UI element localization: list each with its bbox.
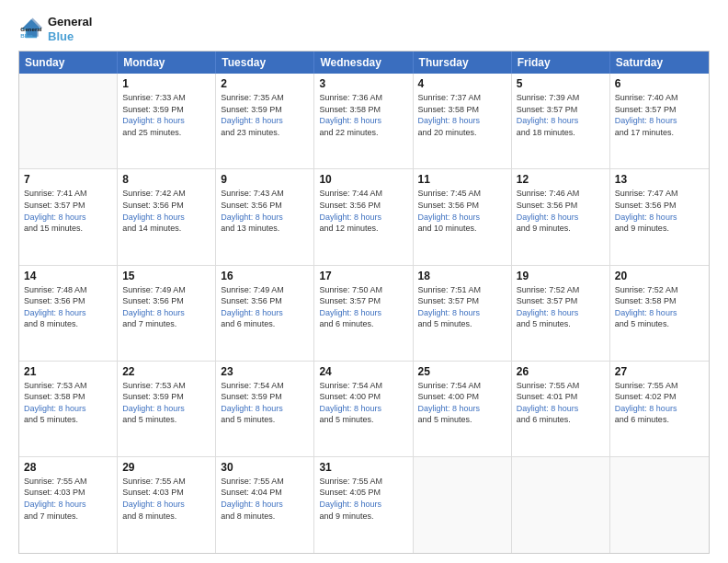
calendar-cell: 4Sunrise: 7:37 AMSunset: 3:58 PMDaylight… xyxy=(414,74,512,168)
info-line: Sunrise: 7:53 AM xyxy=(122,381,186,390)
info-line: Daylight: 8 hours xyxy=(122,116,185,125)
info-line: Daylight: 8 hours xyxy=(615,116,677,125)
calendar-cell: 5Sunrise: 7:39 AMSunset: 3:57 PMDaylight… xyxy=(512,74,610,168)
day-number: 13 xyxy=(615,173,704,186)
info-line: Daylight: 8 hours xyxy=(517,404,579,413)
info-line: Daylight: 8 hours xyxy=(418,213,481,222)
info-line: Sunrise: 7:47 AM xyxy=(615,189,678,198)
info-line: Sunrise: 7:33 AM xyxy=(122,93,186,102)
calendar-cell: 1Sunrise: 7:33 AMSunset: 3:59 PMDaylight… xyxy=(118,74,216,168)
day-number: 3 xyxy=(319,77,407,90)
cell-info: Sunrise: 7:52 AMSunset: 3:58 PMDaylight:… xyxy=(615,284,704,330)
cell-info: Sunrise: 7:43 AMSunset: 3:56 PMDaylight:… xyxy=(221,188,309,234)
info-line: Daylight: 8 hours xyxy=(24,404,86,413)
cell-info: Sunrise: 7:42 AMSunset: 3:56 PMDaylight:… xyxy=(122,188,210,234)
calendar-row-1: 1Sunrise: 7:33 AMSunset: 3:59 PMDaylight… xyxy=(19,74,709,169)
info-line: and 5 minutes. xyxy=(319,415,373,424)
cell-info: Sunrise: 7:55 AMSunset: 4:02 PMDaylight:… xyxy=(615,380,704,426)
info-line: Daylight: 8 hours xyxy=(24,500,86,509)
cell-info: Sunrise: 7:44 AMSunset: 3:56 PMDaylight:… xyxy=(319,188,407,234)
info-line: Sunrise: 7:55 AM xyxy=(122,477,186,486)
info-line: Daylight: 8 hours xyxy=(418,404,481,413)
calendar-cell: 31Sunrise: 7:55 AMSunset: 4:05 PMDayligh… xyxy=(314,457,413,553)
header-day-wednesday: Wednesday xyxy=(314,52,413,74)
calendar-cell: 14Sunrise: 7:48 AMSunset: 3:56 PMDayligh… xyxy=(19,266,118,361)
logo-text-blue: Blue xyxy=(48,29,92,44)
info-line: Sunset: 4:00 PM xyxy=(418,392,480,401)
day-number: 12 xyxy=(517,173,605,186)
info-line: and 9 minutes. xyxy=(517,224,571,233)
info-line: Daylight: 8 hours xyxy=(517,116,579,125)
day-number: 6 xyxy=(615,77,704,90)
calendar-cell: 10Sunrise: 7:44 AMSunset: 3:56 PMDayligh… xyxy=(314,169,413,264)
info-line: Daylight: 8 hours xyxy=(122,404,185,413)
logo: General Blue General Blue xyxy=(18,15,92,43)
day-number: 24 xyxy=(319,365,407,378)
info-line: Daylight: 8 hours xyxy=(122,500,185,509)
cell-info: Sunrise: 7:46 AMSunset: 3:56 PMDaylight:… xyxy=(517,188,605,234)
info-line: and 8 minutes. xyxy=(24,319,78,328)
calendar-row-3: 14Sunrise: 7:48 AMSunset: 3:56 PMDayligh… xyxy=(19,266,709,362)
cell-info: Sunrise: 7:49 AMSunset: 3:56 PMDaylight:… xyxy=(122,284,210,330)
info-line: and 13 minutes. xyxy=(221,224,279,233)
header: General Blue General Blue xyxy=(18,15,710,43)
calendar-cell: 11Sunrise: 7:45 AMSunset: 3:56 PMDayligh… xyxy=(414,169,512,264)
info-line: and 5 minutes. xyxy=(418,319,472,328)
day-number: 27 xyxy=(615,365,704,378)
calendar-cell: 19Sunrise: 7:52 AMSunset: 3:57 PMDayligh… xyxy=(512,266,610,361)
info-line: Sunset: 3:59 PM xyxy=(221,392,282,401)
logo-icon: General Blue xyxy=(18,17,44,42)
info-line: Daylight: 8 hours xyxy=(319,116,381,125)
info-line: Daylight: 8 hours xyxy=(517,213,579,222)
calendar-cell: 9Sunrise: 7:43 AMSunset: 3:56 PMDaylight… xyxy=(216,169,314,264)
day-number: 20 xyxy=(615,270,704,282)
calendar-cell xyxy=(610,457,709,553)
calendar-cell: 12Sunrise: 7:46 AMSunset: 3:56 PMDayligh… xyxy=(512,169,610,264)
day-number: 17 xyxy=(319,270,407,282)
info-line: Sunset: 3:58 PM xyxy=(319,105,381,114)
info-line: Daylight: 8 hours xyxy=(615,404,677,413)
info-line: and 7 minutes. xyxy=(24,511,78,521)
info-line: Sunset: 3:58 PM xyxy=(615,296,677,305)
day-number: 9 xyxy=(221,173,309,186)
calendar-cell: 7Sunrise: 7:41 AMSunset: 3:57 PMDaylight… xyxy=(19,169,118,264)
calendar-row-4: 21Sunrise: 7:53 AMSunset: 3:58 PMDayligh… xyxy=(19,362,709,457)
cell-info: Sunrise: 7:36 AMSunset: 3:58 PMDaylight:… xyxy=(319,92,407,138)
info-line: Sunrise: 7:39 AM xyxy=(517,93,580,102)
day-number: 19 xyxy=(517,270,605,282)
cell-info: Sunrise: 7:48 AMSunset: 3:56 PMDaylight:… xyxy=(24,284,112,330)
cell-info: Sunrise: 7:53 AMSunset: 3:59 PMDaylight:… xyxy=(122,380,210,426)
info-line: Sunset: 3:59 PM xyxy=(122,392,184,401)
day-number: 1 xyxy=(122,77,210,90)
calendar-cell: 17Sunrise: 7:50 AMSunset: 3:57 PMDayligh… xyxy=(314,266,413,361)
info-line: Sunset: 3:57 PM xyxy=(615,105,677,114)
calendar-cell: 8Sunrise: 7:42 AMSunset: 3:56 PMDaylight… xyxy=(118,169,216,264)
info-line: Sunrise: 7:55 AM xyxy=(24,477,87,486)
calendar-cell: 24Sunrise: 7:54 AMSunset: 4:00 PMDayligh… xyxy=(314,362,413,456)
calendar: SundayMondayTuesdayWednesdayThursdayFrid… xyxy=(18,51,710,554)
info-line: Sunset: 3:56 PM xyxy=(221,296,282,305)
info-line: Sunset: 4:02 PM xyxy=(615,392,677,401)
info-line: and 5 minutes. xyxy=(517,319,571,328)
calendar-cell xyxy=(19,74,118,168)
info-line: Sunset: 4:01 PM xyxy=(517,392,578,401)
info-line: Sunrise: 7:55 AM xyxy=(221,477,284,486)
calendar-cell: 30Sunrise: 7:55 AMSunset: 4:04 PMDayligh… xyxy=(216,457,314,553)
info-line: Sunrise: 7:55 AM xyxy=(319,477,382,486)
info-line: Daylight: 8 hours xyxy=(221,213,283,222)
info-line: Sunset: 3:59 PM xyxy=(122,105,184,114)
calendar-cell: 16Sunrise: 7:49 AMSunset: 3:56 PMDayligh… xyxy=(216,266,314,361)
info-line: Sunset: 4:05 PM xyxy=(319,488,381,497)
cell-info: Sunrise: 7:55 AMSunset: 4:04 PMDaylight:… xyxy=(221,476,309,522)
calendar-body: 1Sunrise: 7:33 AMSunset: 3:59 PMDaylight… xyxy=(19,74,709,553)
cell-info: Sunrise: 7:39 AMSunset: 3:57 PMDaylight:… xyxy=(517,92,605,138)
info-line: Daylight: 8 hours xyxy=(221,116,283,125)
info-line: and 23 minutes. xyxy=(221,128,279,137)
info-line: and 10 minutes. xyxy=(418,224,477,233)
info-line: Sunset: 3:57 PM xyxy=(319,296,381,305)
info-line: Sunset: 3:57 PM xyxy=(517,105,578,114)
calendar-cell: 6Sunrise: 7:40 AMSunset: 3:57 PMDaylight… xyxy=(610,74,709,168)
cell-info: Sunrise: 7:52 AMSunset: 3:57 PMDaylight:… xyxy=(517,284,605,330)
info-line: Daylight: 8 hours xyxy=(221,308,283,317)
info-line: and 5 minutes. xyxy=(24,415,78,424)
